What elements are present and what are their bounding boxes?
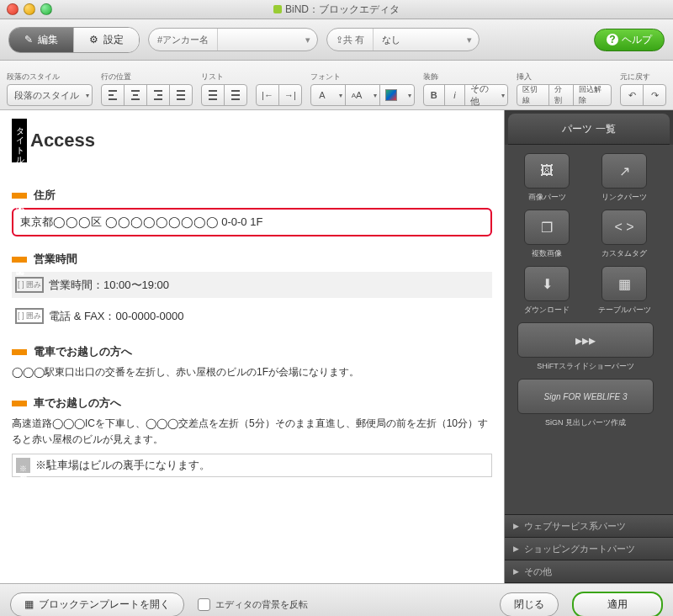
group-label: フォント bbox=[310, 72, 415, 82]
heading-car[interactable]: 車でお越しの方へ bbox=[34, 396, 121, 411]
heading-address[interactable]: 住所 bbox=[34, 188, 56, 203]
open-block-template-button[interactable]: ▦ブロックテンプレートを開く bbox=[10, 592, 184, 617]
part-label: カスタムタグ bbox=[601, 248, 647, 259]
group-indent: |← →| bbox=[256, 74, 302, 106]
mode-segment: ✎編集 ⚙設定 bbox=[8, 27, 140, 53]
tag-subheading: 小見出 bbox=[12, 257, 27, 263]
parts-panel: パーツ 一覧 🖼画像パーツ ↗リンクパーツ ❐複数画像 < >カスタムタグ ⬇ダ… bbox=[505, 110, 673, 583]
group-label bbox=[256, 74, 302, 82]
hours-row[interactable]: [ ] 囲み営業時間：10:00〜19:00 bbox=[12, 272, 492, 298]
insert-divider-button[interactable]: 区切線 bbox=[517, 84, 548, 106]
part-download[interactable]: ⬇ダウンロード bbox=[511, 266, 582, 316]
table-icon: ▦ bbox=[601, 266, 647, 301]
page-title[interactable]: Access bbox=[30, 130, 95, 151]
window-title: BiND：ブロックエディタ bbox=[0, 3, 673, 17]
settings-mode-button[interactable]: ⚙設定 bbox=[74, 28, 139, 52]
heading-train[interactable]: 電車でお越しの方へ bbox=[34, 344, 132, 359]
address-value-highlight[interactable]: 東京都◯◯◯区 ◯◯◯◯◯◯◯◯◯ 0-0-0 1F bbox=[12, 208, 492, 236]
color-swatch-icon bbox=[385, 89, 397, 101]
insert-split-button[interactable]: 分割 bbox=[548, 84, 574, 106]
section-hours[interactable]: 小見出営業時間 [ ] 囲み営業時間：10:00〜19:00 [ ] 囲み電話 … bbox=[12, 252, 492, 329]
align-center-button[interactable] bbox=[124, 84, 147, 106]
group-label: 元に戻す bbox=[620, 72, 666, 82]
tel-text[interactable]: 電話 & FAX：00-0000-0000 bbox=[49, 309, 183, 324]
invert-background-checkbox[interactable]: エディタの背景を反転 bbox=[198, 598, 308, 611]
editor-content[interactable]: タイトル Access 小見出住所 東京都◯◯◯区 ◯◯◯◯◯◯◯◯◯ 0-0-… bbox=[0, 110, 504, 511]
paragraph-style-dropdown[interactable]: 段落のスタイル bbox=[7, 84, 93, 106]
train-body[interactable]: ◯◯◯駅東口出口の交番を左折し、赤い屋根のビルの1Fが会場になります。 bbox=[12, 364, 492, 380]
close-button[interactable]: 閉じる bbox=[500, 592, 559, 617]
apply-button[interactable]: 適用 bbox=[572, 592, 663, 617]
caret-down-icon: ▾ bbox=[299, 35, 317, 45]
italic-button[interactable]: i bbox=[444, 84, 466, 106]
code-icon: < > bbox=[601, 210, 647, 245]
acc-web-services[interactable]: ▶ウェブサービス系パーツ bbox=[505, 515, 673, 538]
caret-down-icon: ▾ bbox=[460, 35, 479, 45]
font-family-dropdown[interactable]: A bbox=[310, 84, 346, 106]
help-button[interactable]: ?ヘルプ bbox=[594, 29, 665, 51]
decoration-other-dropdown[interactable]: その他 bbox=[464, 84, 508, 106]
font-size-dropdown[interactable]: AA bbox=[345, 84, 380, 106]
acc-shopping-cart[interactable]: ▶ショッピングカートパーツ bbox=[505, 538, 673, 560]
align-right-button[interactable] bbox=[146, 84, 170, 106]
image-icon: 🖼 bbox=[524, 153, 570, 189]
share-field[interactable]: ⇪ 共 有 なし ▾ bbox=[326, 28, 480, 51]
note-body[interactable]: ※駐車場はビルの裏手になります。 bbox=[35, 458, 210, 473]
panel-accordion: ▶ウェブサービス系パーツ ▶ショッピングカートパーツ ▶その他 bbox=[505, 514, 673, 583]
parts-grid: 🖼画像パーツ ↗リンクパーツ ❐複数画像 < >カスタムタグ ⬇ダウンロード ▦… bbox=[505, 145, 673, 514]
numbered-list-icon bbox=[231, 90, 240, 100]
part-link[interactable]: ↗リンクパーツ bbox=[589, 153, 660, 203]
bullet-list-button[interactable] bbox=[201, 84, 225, 106]
tag-boxed: [ ] 囲み bbox=[15, 277, 44, 293]
acc-other[interactable]: ▶その他 bbox=[505, 560, 673, 583]
part-image[interactable]: 🖼画像パーツ bbox=[511, 153, 582, 203]
tag-subheading: 小見出 bbox=[12, 193, 27, 199]
section-address[interactable]: 小見出住所 東京都◯◯◯区 ◯◯◯◯◯◯◯◯◯ 0-0-0 1F bbox=[12, 188, 492, 236]
part-custom-tag[interactable]: < >カスタムタグ bbox=[589, 210, 660, 259]
edit-mode-button[interactable]: ✎編集 bbox=[9, 28, 74, 52]
part-table[interactable]: ▦テーブルパーツ bbox=[589, 266, 660, 316]
section-car[interactable]: 小見出車でお越しの方へ 高速道路◯◯◯ICを下車し、◯◯◯交差点を左折（5分）そ… bbox=[12, 396, 492, 476]
outdent-button[interactable]: |← bbox=[256, 84, 279, 106]
hours-text[interactable]: 営業時間：10:00〜19:00 bbox=[49, 278, 169, 293]
part-multi-image[interactable]: ❐複数画像 bbox=[511, 210, 582, 259]
note-row[interactable]: ※注釈※駐車場はビルの裏手になります。 bbox=[12, 454, 492, 477]
slideshow-icon: ▸▸▸ bbox=[517, 322, 654, 358]
tag-boxed: [ ] 囲み bbox=[15, 308, 44, 324]
car-body[interactable]: 高速道路◯◯◯ICを下車し、◯◯◯交差点を左折（5分）そのまま直進し、郵便局の前… bbox=[12, 416, 492, 448]
numbered-list-button[interactable] bbox=[224, 84, 247, 106]
group-decoration: 装飾 B i その他 bbox=[423, 72, 508, 106]
anchor-field[interactable]: #アンカー名 ▾ bbox=[148, 28, 318, 51]
group-insert: 挿入 区切線 分割 回込解除 bbox=[517, 72, 612, 106]
group-align: 行の位置 bbox=[101, 72, 193, 106]
heading-hours[interactable]: 営業時間 bbox=[34, 252, 77, 267]
gear-icon: ⚙ bbox=[89, 34, 98, 45]
tel-row[interactable]: [ ] 囲み電話 & FAX：00-0000-0000 bbox=[12, 303, 492, 329]
tag-note: ※注釈 bbox=[16, 458, 30, 473]
part-label: テーブルパーツ bbox=[598, 305, 651, 316]
part-label: リンクパーツ bbox=[601, 192, 647, 203]
part-sign[interactable]: Sign FOR WEBLIFE 3SiGN 見出しパーツ作成 bbox=[511, 379, 660, 428]
group-label: 装飾 bbox=[423, 72, 508, 82]
parts-panel-tab[interactable]: パーツ 一覧 bbox=[508, 114, 670, 145]
part-slideshow[interactable]: ▸▸▸SHiFTスライドショーパーツ bbox=[511, 322, 660, 372]
align-justify-button[interactable] bbox=[169, 84, 193, 106]
redo-button[interactable]: ↷ bbox=[643, 84, 666, 106]
title-block[interactable]: タイトル Access bbox=[12, 119, 492, 162]
group-label: リスト bbox=[201, 72, 247, 82]
chevron-right-icon: ▶ bbox=[513, 544, 519, 553]
font-color-dropdown[interactable] bbox=[379, 84, 415, 106]
align-left-button[interactable] bbox=[101, 84, 125, 106]
body-split: タイトル Access 小見出住所 東京都◯◯◯区 ◯◯◯◯◯◯◯◯◯ 0-0-… bbox=[0, 110, 673, 583]
window-titlebar: BiND：ブロックエディタ bbox=[0, 0, 673, 19]
tag-subheading: 小見出 bbox=[12, 349, 27, 355]
editor-canvas[interactable]: タイトル Access 小見出住所 東京都◯◯◯区 ◯◯◯◯◯◯◯◯◯ 0-0-… bbox=[0, 110, 505, 583]
part-label: SHiFTスライドショーパーツ bbox=[537, 361, 634, 372]
indent-button[interactable]: →| bbox=[278, 84, 302, 106]
section-train[interactable]: 小見出電車でお越しの方へ ◯◯◯駅東口出口の交番を左折し、赤い屋根のビルの1Fが… bbox=[12, 344, 492, 380]
multi-image-icon: ❐ bbox=[524, 210, 570, 245]
undo-button[interactable]: ↶ bbox=[620, 84, 644, 106]
bold-button[interactable]: B bbox=[423, 84, 445, 106]
align-center-icon bbox=[131, 90, 140, 100]
clear-wrap-button[interactable]: 回込解除 bbox=[573, 84, 612, 106]
